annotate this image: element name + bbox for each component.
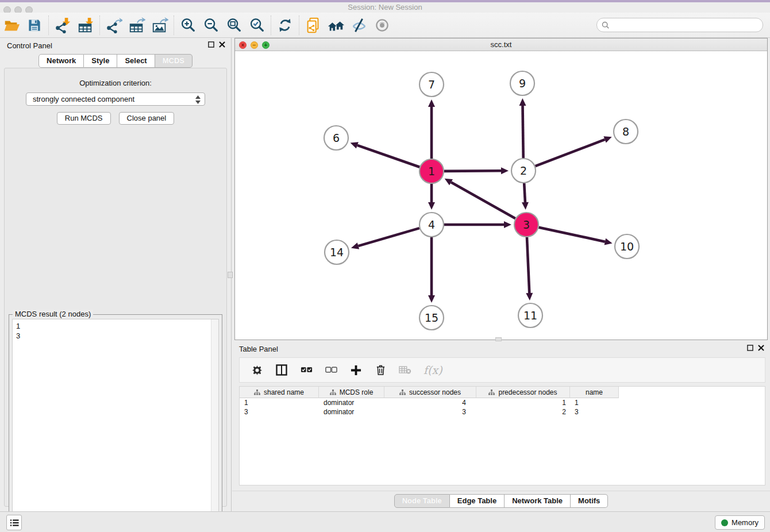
column-header-name[interactable]: name [570, 387, 619, 398]
result-scrollbar[interactable] [211, 319, 218, 529]
table-cell[interactable]: 3 [570, 407, 619, 417]
search-box[interactable] [596, 18, 763, 32]
run-mcds-button[interactable]: Run MCDS [57, 112, 111, 125]
deselect-all-button[interactable] [325, 364, 337, 376]
status-bar: Memory [0, 511, 770, 532]
column-header-shared-name[interactable]: shared name [240, 387, 319, 398]
close-table-panel-icon[interactable] [758, 345, 764, 351]
add-column-button[interactable] [349, 364, 362, 376]
tab-mcds[interactable]: MCDS [155, 54, 192, 68]
table-cell[interactable]: 4 [384, 398, 476, 407]
toolbar-separator [174, 16, 174, 35]
float-table-panel-icon[interactable] [747, 345, 753, 351]
select-all-button[interactable] [300, 364, 313, 376]
table-cell[interactable]: 3 [384, 407, 476, 417]
table-row[interactable]: 1dominator411 [240, 398, 765, 407]
graph-edge[interactable] [522, 183, 529, 210]
show-all-button[interactable] [371, 14, 394, 36]
close-panel-button[interactable]: Close panel [119, 112, 175, 125]
zoom-selected-button[interactable] [245, 14, 268, 36]
graph-edge[interactable] [351, 228, 419, 249]
task-history-button[interactable] [6, 515, 22, 530]
tab-network[interactable]: Network [38, 54, 84, 68]
graph-edge[interactable] [519, 98, 526, 158]
save-session-button[interactable] [23, 14, 46, 36]
graph-node[interactable]: 3 [514, 213, 538, 237]
export-table-button[interactable] [125, 14, 148, 36]
table-panel: Table Panel [232, 341, 770, 511]
network-window-titlebar[interactable]: × − + scc.txt [235, 38, 767, 51]
graph-edge[interactable] [538, 228, 612, 245]
graph-edge[interactable] [428, 99, 435, 159]
graph-node[interactable]: 2 [511, 159, 536, 183]
graph-node[interactable]: 9 [510, 71, 534, 95]
column-header-predecessor-nodes[interactable]: predecessor nodes [476, 387, 570, 398]
table-tab-network-table[interactable]: Network Table [505, 494, 571, 508]
graph-node[interactable]: 6 [324, 126, 348, 150]
import-table-button[interactable] [74, 14, 97, 36]
column-header-successor-nodes[interactable]: successor nodes [384, 387, 476, 398]
table-tab-node-table[interactable]: Node Table [394, 494, 450, 508]
graph-node[interactable]: 7 [419, 72, 444, 97]
graph-edge[interactable] [526, 237, 533, 300]
first-neighbors-button[interactable] [325, 14, 348, 36]
hide-selected-button[interactable] [348, 14, 371, 36]
search-input[interactable] [613, 21, 763, 29]
graph-edge[interactable] [445, 179, 515, 218]
table-options-button[interactable] [251, 364, 263, 376]
svg-text:14: 14 [330, 246, 344, 259]
graph-node[interactable]: 15 [419, 306, 444, 330]
table-cell[interactable]: 2 [476, 407, 570, 417]
zoom-fit-button[interactable] [222, 14, 245, 36]
column-layout-button[interactable] [275, 364, 288, 376]
table-tab-motifs[interactable]: Motifs [571, 494, 608, 508]
graph-node[interactable]: 14 [325, 240, 349, 264]
checked-boxes-icon [301, 366, 313, 374]
graph-edge[interactable] [428, 237, 435, 303]
table-cell[interactable]: dominator [319, 398, 384, 407]
table-tab-edge-table[interactable]: Edge Table [450, 494, 505, 508]
table-cell[interactable]: dominator [319, 407, 384, 417]
delete-table-button[interactable] [399, 364, 411, 376]
vertical-split-handle[interactable] [228, 272, 233, 278]
table-cell[interactable]: 1 [476, 398, 570, 407]
control-panel: Control Panel NetworkStyleSelectMCDS Opt… [0, 38, 232, 511]
mcds-result-area[interactable]: 1 3 [12, 319, 219, 529]
graph-edge[interactable] [536, 136, 612, 166]
graph-edge[interactable] [428, 184, 435, 210]
column-header-MCDS-role[interactable]: MCDS role [319, 387, 384, 398]
network-canvas[interactable]: 7968124314101511 [235, 51, 767, 340]
horizontal-split-handle[interactable] [495, 337, 502, 341]
graph-node[interactable]: 1 [419, 159, 444, 183]
clone-network-button[interactable] [302, 14, 325, 36]
criterion-dropdown[interactable]: strongly connected component [26, 92, 205, 106]
memory-button[interactable]: Memory [715, 515, 765, 530]
table-cell[interactable]: 1 [570, 398, 619, 407]
import-network-button[interactable] [51, 14, 74, 36]
export-image-button[interactable] [148, 14, 171, 36]
table-row[interactable]: 3dominator323 [240, 407, 765, 417]
tab-style[interactable]: Style [84, 54, 117, 68]
svg-text:1: 1 [428, 165, 435, 178]
graph-node[interactable]: 10 [615, 234, 639, 259]
control-panel-tabs: NetworkStyleSelectMCDS [38, 54, 192, 68]
float-panel-icon[interactable] [208, 41, 214, 48]
function-builder-button[interactable]: f(x) [424, 364, 442, 376]
table-cell[interactable]: 1 [240, 398, 319, 407]
export-network-button[interactable] [102, 14, 125, 36]
graph-node[interactable]: 4 [419, 213, 444, 237]
zoom-in-button[interactable] [176, 14, 199, 36]
graph-edge[interactable] [444, 167, 509, 174]
apply-layout-button[interactable] [274, 14, 297, 36]
graph-node[interactable]: 8 [614, 119, 638, 144]
close-panel-icon[interactable] [219, 41, 225, 48]
graph-node[interactable]: 11 [518, 303, 542, 327]
delete-column-button[interactable] [374, 364, 387, 376]
tab-select[interactable]: Select [117, 54, 155, 68]
columns-icon [276, 364, 287, 376]
zoom-out-button[interactable] [199, 14, 222, 36]
table-cell[interactable]: 3 [240, 407, 319, 417]
graph-edge[interactable] [444, 221, 511, 228]
graph-edge[interactable] [351, 142, 420, 167]
open-session-button[interactable] [0, 14, 23, 36]
